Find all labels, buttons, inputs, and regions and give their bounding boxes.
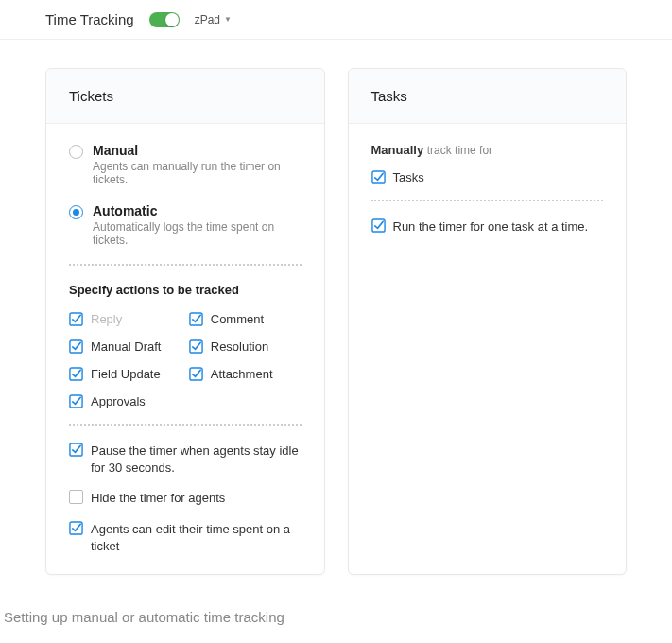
action-approvals-checkbox[interactable]: Approvals bbox=[69, 394, 302, 408]
check-icon bbox=[189, 339, 203, 354]
mode-automatic-desc: Automatically logs the time spent on tic… bbox=[93, 220, 302, 247]
action-field-update-label: Field Update bbox=[91, 367, 161, 381]
tickets-options: Pause the timer when agents stay idle fo… bbox=[69, 443, 302, 555]
action-attachment-label: Attachment bbox=[211, 367, 273, 381]
action-comment-label: Comment bbox=[211, 312, 264, 326]
page-title: Time Tracking bbox=[45, 11, 134, 27]
actions-grid: Reply Comment Manual Draft Resolution Fi… bbox=[69, 312, 302, 408]
tasks-manually-line: Manually track time for bbox=[371, 143, 604, 157]
tickets-panel: Tickets Manual Agents can manually run t… bbox=[45, 68, 325, 575]
radio-dot bbox=[73, 209, 79, 216]
tasks-manually-rest: track time for bbox=[427, 144, 492, 157]
check-icon bbox=[371, 170, 386, 184]
action-approvals-label: Approvals bbox=[91, 394, 146, 408]
tasks-checkbox[interactable]: Tasks bbox=[371, 170, 604, 184]
option-one-task-checkbox[interactable]: Run the timer for one task at a time. bbox=[371, 218, 604, 235]
check-icon bbox=[69, 339, 83, 354]
action-resolution-checkbox[interactable]: Resolution bbox=[189, 339, 302, 354]
action-comment-checkbox[interactable]: Comment bbox=[189, 312, 302, 326]
tasks-panel-body: Manually track time for Tasks Run the ti… bbox=[349, 124, 627, 254]
action-reply-label: Reply bbox=[91, 312, 122, 326]
check-icon bbox=[189, 367, 203, 381]
dropdown-label: zPad bbox=[195, 13, 220, 26]
action-field-update-checkbox[interactable]: Field Update bbox=[69, 367, 181, 381]
option-pause-idle-label: Pause the timer when agents stay idle fo… bbox=[91, 443, 302, 477]
option-hide-timer-checkbox[interactable]: Hide the timer for agents bbox=[69, 490, 302, 507]
action-resolution-label: Resolution bbox=[211, 339, 268, 354]
chevron-down-icon: ▼ bbox=[224, 15, 232, 24]
option-agents-edit-label: Agents can edit their time spent on a ti… bbox=[91, 521, 302, 555]
option-agents-edit-checkbox[interactable]: Agents can edit their time spent on a ti… bbox=[69, 521, 302, 555]
option-pause-idle-checkbox[interactable]: Pause the timer when agents stay idle fo… bbox=[69, 443, 302, 477]
radio-icon-selected bbox=[69, 205, 83, 219]
mode-manual-label: Manual bbox=[93, 143, 302, 158]
check-icon bbox=[69, 394, 83, 408]
check-icon bbox=[371, 218, 386, 233]
tickets-panel-title: Tickets bbox=[46, 69, 324, 124]
check-icon bbox=[69, 312, 83, 326]
tasks-panel-title: Tasks bbox=[349, 69, 627, 124]
page-caption: Setting up manual or automatic time trac… bbox=[0, 603, 672, 631]
radio-icon bbox=[69, 145, 83, 159]
mode-automatic-label: Automatic bbox=[93, 203, 302, 218]
tasks-manually-bold: Manually bbox=[371, 143, 424, 157]
check-icon bbox=[69, 443, 83, 457]
tasks-panel: Tasks Manually track time for Tasks Run … bbox=[348, 68, 628, 575]
divider bbox=[371, 200, 604, 201]
action-manual-draft-label: Manual Draft bbox=[91, 339, 161, 354]
workspace-dropdown[interactable]: zPad ▼ bbox=[195, 13, 232, 26]
divider bbox=[69, 264, 302, 266]
content-area: Tickets Manual Agents can manually run t… bbox=[0, 40, 672, 603]
action-reply-checkbox[interactable]: Reply bbox=[69, 312, 181, 326]
tickets-panel-body: Manual Agents can manually run the timer… bbox=[46, 124, 324, 574]
option-hide-timer-label: Hide the timer for agents bbox=[91, 490, 225, 507]
checkbox-empty-icon bbox=[69, 490, 83, 504]
mode-automatic-radio[interactable]: Automatic Automatically logs the time sp… bbox=[69, 203, 302, 247]
toggle-knob bbox=[165, 13, 179, 26]
mode-manual-radio[interactable]: Manual Agents can manually run the timer… bbox=[69, 143, 302, 186]
actions-heading: Specify actions to be tracked bbox=[69, 283, 302, 297]
tasks-checkbox-label: Tasks bbox=[393, 170, 424, 184]
time-tracking-toggle[interactable] bbox=[149, 12, 180, 27]
settings-header: Time Tracking zPad ▼ bbox=[0, 0, 672, 40]
check-icon bbox=[69, 521, 83, 535]
check-icon bbox=[69, 367, 83, 381]
action-attachment-checkbox[interactable]: Attachment bbox=[189, 367, 302, 381]
divider bbox=[69, 424, 302, 426]
option-one-task-label: Run the timer for one task at a time. bbox=[393, 218, 589, 235]
action-manual-draft-checkbox[interactable]: Manual Draft bbox=[69, 339, 181, 354]
mode-manual-desc: Agents can manually run the timer on tic… bbox=[93, 160, 302, 186]
check-icon bbox=[189, 312, 203, 326]
